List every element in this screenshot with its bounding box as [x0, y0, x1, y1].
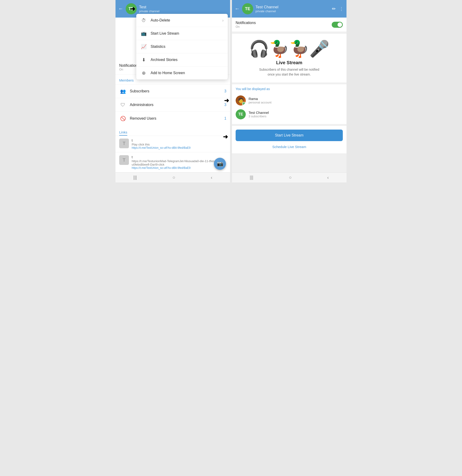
right-channel-type: private channel	[256, 9, 330, 13]
right-back-button[interactable]: ←	[235, 6, 240, 12]
duck-illustration: 🎧🦆🦆🎤	[237, 39, 342, 58]
verified-badge: ✓	[242, 102, 246, 106]
link-desc-1: https://t.me/TestunionMad-TelegramJet-Nl…	[132, 159, 226, 166]
link-url-0: https://t.me/TestUnion_so-utFAv-dBit-9fe…	[132, 146, 191, 149]
dropdown-menu: ⏱ Auto-Delete › 📺 Start Live Stream 📈 St…	[136, 14, 228, 79]
arrow-icon: ➜	[130, 5, 135, 13]
menu-item-statistics[interactable]: 📈 Statistics	[136, 40, 228, 53]
administrators-label: Administrators	[130, 103, 224, 107]
right-notifications-label: Notifications	[236, 21, 332, 25]
administrators-row[interactable]: 🛡 Administrators 3	[116, 98, 230, 111]
administrators-icon: 🛡	[119, 101, 127, 109]
right-channel-name: Test Channel	[256, 5, 330, 9]
channel-name: Test	[139, 5, 227, 9]
menu-item-start-live-stream[interactable]: 📺 Start Live Stream	[136, 27, 228, 40]
removed-users-row[interactable]: 🚫 Removed Users 1	[116, 111, 230, 125]
fab-button[interactable]: 📷	[214, 158, 226, 170]
removed-users-label: Removed Users	[130, 116, 224, 120]
display-as-section: You will be displayed as ➜ 🧑 ✓ Rama pers…	[232, 84, 346, 124]
removed-users-icon: 🚫	[119, 115, 127, 122]
add-home-icon: ⊕	[140, 70, 147, 76]
add-home-label: Add to Home Screen	[151, 71, 224, 75]
rama-avatar: 🧑 ✓	[236, 95, 246, 106]
edit-icon[interactable]: ✏	[332, 6, 336, 12]
rama-sublabel: personal account	[248, 101, 271, 104]
left-nav-bar: ||| ○ ‹	[116, 172, 230, 182]
link-item-0[interactable]: T t Play click this https://t.me/TestUni…	[116, 136, 230, 152]
nav-recents-icon[interactable]: |||	[133, 175, 137, 180]
display-as-item-test-channel[interactable]: TE Test Channel 3 subscribers	[236, 107, 343, 121]
statistics-icon: 📈	[140, 43, 147, 50]
live-stream-title: Live Stream	[237, 60, 342, 65]
test-channel-sublabel: 3 subscribers	[248, 115, 269, 118]
right-notifications-sublabel: On	[236, 25, 332, 28]
link-item-1[interactable]: T t https://t.me/TestunionMad-TelegramJe…	[116, 152, 230, 172]
links-section: Links T t Play click this https://t.me/T…	[116, 127, 230, 172]
link-title-0: t	[132, 139, 191, 142]
right-notifications-row: Notifications On	[232, 17, 346, 32]
live-stream-icon: 📺	[140, 30, 147, 37]
auto-delete-label: Auto-Delete	[151, 18, 219, 22]
test-channel-avatar-inner: TE	[236, 109, 246, 119]
chevron-icon: ›	[222, 18, 224, 23]
live-stream-description: Subscribers of this channel will be noti…	[257, 67, 322, 77]
archived-stories-icon: ⬇	[140, 57, 147, 63]
display-as-item-rama[interactable]: ➜ 🧑 ✓ Rama personal account	[236, 94, 343, 107]
rama-name: Rama	[248, 97, 271, 101]
link-title-1: t	[132, 155, 226, 159]
nav-home-icon[interactable]: ○	[172, 175, 175, 180]
link-thumb-0: T	[119, 139, 129, 148]
right-nav-recents-icon[interactable]: |||	[250, 175, 253, 180]
display-as-title: You will be displayed as	[236, 87, 343, 91]
subscribers-icon: 👥	[119, 87, 127, 95]
removed-users-count: 1	[224, 116, 226, 120]
start-live-stream-button[interactable]: Start Live Stream	[236, 130, 343, 141]
archived-stories-label: Archived Stories	[151, 58, 224, 62]
test-channel-name: Test Channel	[248, 111, 269, 115]
camera-icon: 📷	[217, 161, 223, 167]
schedule-live-stream-button[interactable]: Schedule Live Stream	[236, 144, 343, 150]
more-icon[interactable]: ⋮	[339, 6, 344, 12]
start-btn-section: ➜ Start Live Stream Schedule Live Stream	[232, 126, 346, 153]
members-title: Members	[119, 78, 134, 82]
channel-type: private channel	[139, 9, 227, 13]
menu-item-add-home[interactable]: ⊕ Add to Home Screen	[136, 67, 228, 79]
arrow-pointer: ➜	[130, 5, 135, 13]
menu-item-archived-stories[interactable]: ⬇ Archived Stories	[136, 53, 228, 67]
link-desc-0: Play click this	[132, 143, 191, 146]
right-nav-back-icon[interactable]: ‹	[327, 175, 329, 180]
notifications-toggle[interactable]	[332, 22, 343, 28]
start-live-stream-label: Start Live Stream	[151, 31, 224, 35]
link-thumb-1: T	[119, 155, 129, 165]
links-title: Links	[119, 130, 127, 136]
menu-item-auto-delete[interactable]: ⏱ Auto-Delete ›	[136, 14, 228, 27]
nav-back-icon[interactable]: ‹	[211, 175, 212, 180]
right-nav-home-icon[interactable]: ○	[289, 175, 291, 180]
auto-delete-icon: ⏱	[140, 17, 147, 24]
right-avatar: TE	[242, 3, 253, 14]
subscribers-row[interactable]: 👥 Subscribers 3	[116, 84, 230, 98]
test-channel-avatar: TE	[236, 109, 246, 119]
live-stream-section: 🎧🦆🦆🎤 Live Stream Subscribers of this cha…	[232, 34, 346, 83]
subscribers-label: Subscribers	[130, 89, 224, 93]
right-nav-bar: ||| ○ ‹	[232, 172, 346, 182]
right-header: ← TE Test Channel private channel ✏ ⋮	[232, 0, 346, 17]
link-url-1: https://t.me/TestUnion_so-utFAv-dBit-9fe…	[132, 166, 226, 170]
subscribers-count: 3	[224, 89, 226, 93]
statistics-label: Statistics	[151, 45, 224, 49]
back-button[interactable]: ←	[118, 6, 123, 12]
